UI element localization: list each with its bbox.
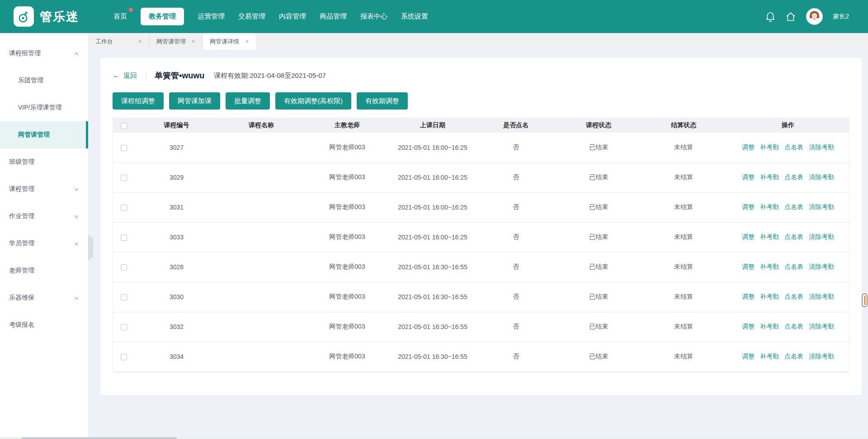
row-action-1[interactable]: 调整 bbox=[742, 353, 755, 360]
sidebar-subitem-1-1[interactable]: 乐团管理 bbox=[0, 67, 88, 94]
row-action-1[interactable]: 调整 bbox=[742, 143, 755, 151]
sidebar-item-1[interactable]: 课程组管理∧ bbox=[0, 40, 88, 67]
row-select-cell bbox=[113, 133, 135, 162]
nav-item-1[interactable]: 首页 bbox=[113, 8, 127, 25]
row-checkbox[interactable] bbox=[121, 354, 127, 360]
cell-rollcall: 否 bbox=[475, 133, 557, 162]
cell-course-name bbox=[218, 312, 304, 342]
back-button[interactable]: ← 返回 bbox=[113, 71, 137, 80]
nav-item-7[interactable]: 报表中心 bbox=[360, 8, 387, 25]
sidebar-item-4[interactable]: 作业管理∨ bbox=[0, 203, 88, 230]
sidebar-item-3[interactable]: 课程管理∨ bbox=[0, 176, 88, 203]
sidebar-item-5[interactable]: 学员管理∨ bbox=[0, 230, 88, 257]
tab-label: 网管课管理 bbox=[156, 38, 186, 46]
home-icon[interactable] bbox=[785, 11, 796, 22]
sidebar-item-6[interactable]: 老师管理 bbox=[0, 257, 88, 284]
avatar[interactable] bbox=[806, 8, 823, 25]
row-action-4[interactable]: 清除考勤 bbox=[809, 323, 834, 330]
row-action-2[interactable]: 补考勤 bbox=[760, 203, 779, 210]
row-action-2[interactable]: 补考勤 bbox=[760, 263, 779, 270]
cell-course-name bbox=[218, 133, 304, 162]
nav-item-4[interactable]: 交易管理 bbox=[238, 8, 265, 25]
sidebar-subitem-1-3[interactable]: 网管课管理 bbox=[0, 121, 88, 148]
tab-close-icon[interactable]: × bbox=[245, 38, 249, 45]
row-action-2[interactable]: 补考勤 bbox=[760, 353, 779, 360]
sidebar-item-8[interactable]: 考级报名 bbox=[0, 311, 88, 339]
vertical-scrollbar[interactable] bbox=[862, 293, 868, 307]
row-action-3[interactable]: 点名表 bbox=[784, 323, 803, 330]
row-checkbox[interactable] bbox=[121, 234, 127, 241]
sidebar-item-2[interactable]: 班级管理 bbox=[0, 148, 88, 176]
column-header-5: 是否点名 bbox=[475, 118, 557, 133]
row-checkbox[interactable] bbox=[121, 175, 127, 181]
cell-rollcall: 否 bbox=[475, 252, 557, 282]
sidebar: 课程组管理∧乐团管理VIP/乐理课管理网管课管理班级管理课程管理∨作业管理∨学员… bbox=[0, 33, 88, 439]
tab-close-icon[interactable]: × bbox=[138, 38, 142, 45]
action-button-4[interactable]: 有效期调整(高权限) bbox=[275, 92, 351, 110]
tab-2[interactable]: 网管课管理× bbox=[149, 33, 203, 50]
tab-3[interactable]: 网管课详情× bbox=[203, 33, 256, 50]
row-action-1[interactable]: 调整 bbox=[742, 263, 755, 270]
nav-item-5[interactable]: 内容管理 bbox=[279, 8, 306, 25]
select-all-checkbox[interactable] bbox=[121, 123, 127, 129]
course-validity: 课程有效期:2021-04-08至2021-05-07 bbox=[214, 72, 326, 80]
row-checkbox[interactable] bbox=[121, 324, 127, 330]
action-button-5[interactable]: 有效期调整 bbox=[357, 92, 408, 110]
row-actions-cell: 调整补考勤点名表清除考勤 bbox=[726, 133, 849, 162]
row-action-1[interactable]: 调整 bbox=[742, 323, 755, 330]
row-action-3[interactable]: 点名表 bbox=[784, 293, 803, 300]
brand[interactable]: 管乐迷 bbox=[14, 6, 79, 27]
row-action-4[interactable]: 清除考勤 bbox=[809, 233, 834, 240]
row-action-2[interactable]: 补考勤 bbox=[760, 323, 779, 330]
row-action-2[interactable]: 补考勤 bbox=[760, 293, 779, 300]
nav-item-3[interactable]: 运营管理 bbox=[198, 8, 225, 25]
action-button-3[interactable]: 批量调整 bbox=[226, 92, 270, 110]
row-action-4[interactable]: 清除考勤 bbox=[809, 263, 834, 270]
main-nav: 首页教务管理运营管理交易管理内容管理商品管理报表中心系统设置 bbox=[113, 8, 428, 25]
cell-teacher: 网管老师003 bbox=[304, 192, 390, 222]
row-action-3[interactable]: 点名表 bbox=[784, 173, 803, 181]
cell-course-status: 已结束 bbox=[557, 342, 641, 372]
cell-settle-status: 未结算 bbox=[641, 192, 726, 222]
nav-item-2[interactable]: 教务管理 bbox=[141, 8, 184, 25]
brand-logo-icon bbox=[14, 6, 34, 27]
row-checkbox[interactable] bbox=[121, 294, 127, 301]
row-action-3[interactable]: 点名表 bbox=[784, 353, 803, 360]
row-checkbox[interactable] bbox=[121, 205, 127, 211]
row-checkbox[interactable] bbox=[121, 145, 127, 151]
row-action-3[interactable]: 点名表 bbox=[784, 203, 803, 210]
row-action-2[interactable]: 补考勤 bbox=[760, 143, 779, 151]
row-action-2[interactable]: 补考勤 bbox=[760, 173, 779, 181]
row-action-1[interactable]: 调整 bbox=[742, 203, 755, 210]
row-action-3[interactable]: 点名表 bbox=[784, 263, 803, 270]
row-action-1[interactable]: 调整 bbox=[742, 173, 755, 181]
row-action-4[interactable]: 清除考勤 bbox=[809, 293, 834, 300]
row-action-4[interactable]: 清除考勤 bbox=[809, 143, 834, 151]
sidebar-item-7[interactable]: 乐器维保∨ bbox=[0, 284, 88, 311]
cell-course-no: 3032 bbox=[135, 312, 218, 342]
row-action-4[interactable]: 清除考勤 bbox=[809, 173, 834, 181]
sidebar-subitem-1-2[interactable]: VIP/乐理课管理 bbox=[0, 94, 88, 121]
row-action-3[interactable]: 点名表 bbox=[784, 233, 803, 240]
row-action-2[interactable]: 补考勤 bbox=[760, 233, 779, 240]
row-action-4[interactable]: 清除考勤 bbox=[809, 353, 834, 360]
cell-course-no: 3027 bbox=[135, 133, 218, 162]
tab-close-icon[interactable]: × bbox=[191, 38, 195, 45]
row-action-4[interactable]: 清除考勤 bbox=[809, 203, 834, 210]
sidebar-collapse-handle[interactable]: ‹ bbox=[88, 234, 93, 261]
tab-1[interactable]: 工作台× bbox=[88, 33, 149, 50]
notification-bell-icon[interactable] bbox=[765, 11, 775, 22]
row-checkbox[interactable] bbox=[121, 264, 127, 271]
nav-item-6[interactable]: 商品管理 bbox=[320, 8, 347, 25]
action-button-2[interactable]: 网管课加课 bbox=[169, 92, 220, 110]
row-action-1[interactable]: 调整 bbox=[742, 233, 755, 240]
cell-teacher: 网管老师003 bbox=[304, 162, 390, 192]
action-button-1[interactable]: 课程组调整 bbox=[113, 92, 164, 110]
nav-item-8[interactable]: 系统设置 bbox=[401, 8, 428, 25]
row-select-cell bbox=[113, 192, 135, 222]
row-action-3[interactable]: 点名表 bbox=[784, 143, 803, 151]
row-action-1[interactable]: 调整 bbox=[742, 293, 755, 300]
cell-settle-status: 未结算 bbox=[641, 252, 726, 282]
username[interactable]: 家长2 bbox=[833, 13, 849, 21]
horizontal-scrollbar-thumb[interactable] bbox=[22, 437, 177, 439]
